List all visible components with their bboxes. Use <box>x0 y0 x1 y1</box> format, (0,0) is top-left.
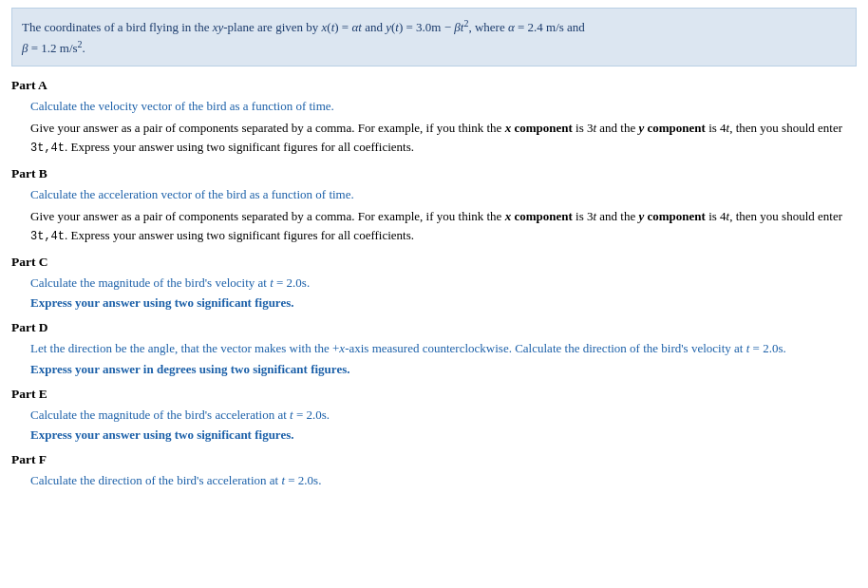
part-c-section: Part C Calculate the magnitude of the bi… <box>11 255 857 312</box>
x-equation: x <box>322 20 328 34</box>
part-e-express: Express your answer using two significan… <box>30 427 857 443</box>
part-a-instruction: Give your answer as a pair of components… <box>30 119 857 157</box>
xy-plane-text: xy <box>213 20 224 34</box>
part-c-description: Calculate the magnitude of the bird's ve… <box>30 274 857 293</box>
part-d-express: Express your answer in degrees using two… <box>30 362 857 377</box>
statement-text: The coordinates of a bird flying in the … <box>22 20 585 55</box>
part-e-label: Part E <box>11 387 857 402</box>
part-f-section: Part F Calculate the direction of the bi… <box>11 452 857 490</box>
part-e-section: Part E Calculate the magnitude of the bi… <box>11 387 857 444</box>
part-a-section: Part A Calculate the velocity vector of … <box>11 78 857 157</box>
part-b-section: Part B Calculate the acceleration vector… <box>11 166 857 245</box>
part-c-label: Part C <box>11 255 857 270</box>
part-a-description: Calculate the velocity vector of the bir… <box>30 97 857 116</box>
part-f-content: Calculate the direction of the bird's ac… <box>11 471 857 490</box>
part-d-section: Part D Let the direction be the angle, t… <box>11 320 857 377</box>
part-d-description: Let the direction be the angle, that the… <box>30 339 857 358</box>
part-e-content: Calculate the magnitude of the bird's ac… <box>11 406 857 444</box>
part-b-content: Calculate the acceleration vector of the… <box>11 185 857 245</box>
part-a-label: Part A <box>11 78 857 93</box>
part-c-content: Calculate the magnitude of the bird's ve… <box>11 274 857 312</box>
part-b-description: Calculate the acceleration vector of the… <box>30 185 857 204</box>
problem-statement: The coordinates of a bird flying in the … <box>11 8 857 66</box>
part-a-content: Calculate the velocity vector of the bir… <box>11 97 857 157</box>
problem-container: The coordinates of a bird flying in the … <box>0 0 868 511</box>
part-d-content: Let the direction be the angle, that the… <box>11 339 857 377</box>
part-b-instruction: Give your answer as a pair of components… <box>30 207 857 245</box>
part-d-label: Part D <box>11 320 857 335</box>
part-f-description: Calculate the direction of the bird's ac… <box>30 471 857 490</box>
part-f-label: Part F <box>11 452 857 467</box>
part-c-express: Express your answer using two significan… <box>30 295 857 311</box>
part-e-description: Calculate the magnitude of the bird's ac… <box>30 406 857 425</box>
part-b-label: Part B <box>11 166 857 181</box>
